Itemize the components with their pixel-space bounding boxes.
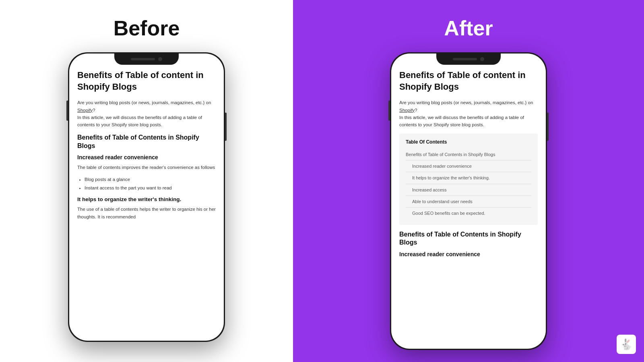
rabbit-icon: 🐇	[620, 338, 633, 351]
before-title: Before	[114, 16, 180, 40]
after-title: After	[444, 16, 493, 40]
before-phone-content: Benefits of Table of content in Shopify …	[69, 53, 224, 341]
after-intro-p1-end: ?	[415, 108, 417, 113]
toc-item-3[interactable]: Increased access	[406, 184, 531, 196]
table-of-contents-box: Table Of Contents Benefits of Table of C…	[399, 134, 538, 225]
before-h3-2: It helps to organize the writer's thinki…	[77, 196, 216, 202]
phone-side-btn-right	[225, 113, 227, 141]
after-phone-content: Benefits of Table of content in Shopify …	[391, 53, 546, 349]
before-panel: Before Benefits of Table of content in S…	[0, 0, 293, 362]
before-intro: Are you writing blog posts (or news, jou…	[77, 99, 216, 129]
phone-notch	[114, 53, 179, 65]
before-list: Blog posts at a glance Instant access to…	[77, 176, 216, 192]
after-phone-notch	[436, 53, 501, 65]
after-phone-side-btn-left	[388, 101, 390, 121]
phone-screen-before: Benefits of Table of content in Shopify …	[69, 53, 224, 341]
toc-item-2[interactable]: It helps to organize the writer's thinki…	[406, 172, 531, 184]
before-body-1: The table of contents improves the reade…	[77, 164, 216, 171]
before-section-h2: Benefits of Table of Contents in Shopify…	[77, 134, 216, 150]
after-panel: After Benefits of Table of content in Sh…	[293, 0, 644, 362]
before-phone: Benefits of Table of content in Shopify …	[68, 52, 225, 342]
after-section-h2: Benefits of Table of Contents in Shopify…	[399, 230, 538, 247]
after-intro: Are you writing blog posts (or news, jou…	[399, 99, 538, 129]
toc-title: Table Of Contents	[406, 139, 531, 145]
before-h3-1: Increased reader convenience	[77, 154, 216, 160]
after-phone: Benefits of Table of content in Shopify …	[390, 52, 547, 350]
after-notch-circle	[480, 57, 484, 61]
after-intro-p1: Are you writing blog posts (or news, jou…	[399, 100, 533, 105]
toc-item-1[interactable]: Increased reader convenience	[406, 160, 531, 172]
phone-side-btn-left	[66, 101, 68, 121]
after-intro-p2: In this article, we will discuss the ben…	[399, 115, 524, 127]
before-body-2: The use of a table of contents helps the…	[77, 206, 216, 220]
before-shopify-link[interactable]: Shopify	[77, 108, 93, 113]
after-shopify-link[interactable]: Shopify	[399, 108, 415, 113]
before-intro-p2: In this article, we will discuss the ben…	[77, 115, 202, 127]
list-item-1: Blog posts at a glance	[85, 176, 216, 183]
after-blog-title: Benefits of Table of content in Shopify …	[399, 70, 538, 93]
after-notch-bar	[453, 58, 477, 60]
before-intro-p1-end: ?	[93, 108, 95, 113]
notch-circle	[158, 57, 162, 61]
toc-item-4[interactable]: Able to understand user needs	[406, 196, 531, 208]
after-h3-1: Increased reader convenience	[399, 251, 538, 257]
toc-item-0[interactable]: Benefits of Table of Contents in Shopify…	[406, 149, 531, 160]
notch-bar	[131, 58, 155, 60]
toc-item-5[interactable]: Good SEO benefits can be expected.	[406, 208, 531, 219]
rabbit-logo: 🐇	[617, 335, 636, 354]
phone-screen-after: Benefits of Table of content in Shopify …	[391, 53, 546, 349]
list-item-2: Instant access to the part you want to r…	[85, 185, 216, 191]
before-blog-title: Benefits of Table of content in Shopify …	[77, 70, 216, 93]
before-intro-p1: Are you writing blog posts (or news, jou…	[77, 100, 211, 105]
after-phone-side-btn-right	[547, 113, 549, 141]
